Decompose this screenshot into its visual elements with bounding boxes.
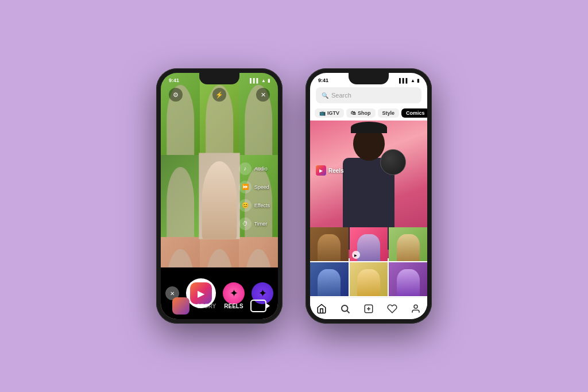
- flash-icon[interactable]: ⚡: [212, 88, 226, 102]
- user-avatar[interactable]: [172, 297, 189, 315]
- heart-icon: [387, 304, 397, 314]
- right-bottom-nav: [310, 297, 427, 319]
- thumb-6[interactable]: [389, 262, 427, 296]
- shop-icon: 🛍: [351, 110, 356, 116]
- reels-section-label: ▶ Reels: [316, 165, 344, 176]
- face-main: [202, 161, 237, 239]
- profile-nav-button[interactable]: [409, 302, 422, 315]
- reels-logo-icon: ▶: [316, 165, 326, 176]
- wifi-icon: ▲: [411, 78, 415, 83]
- effects-menu-item[interactable]: 😊 Effects: [239, 199, 270, 212]
- left-phone: 9:41 ▌▌▌ ▲ ▮: [156, 68, 283, 324]
- home-icon: [316, 304, 327, 314]
- thumb-person-4: [318, 269, 341, 296]
- left-notch: [199, 73, 239, 84]
- search-icon: 🔍: [322, 92, 328, 99]
- igtv-icon: 📺: [319, 110, 326, 116]
- left-status-icons: ▌▌▌ ▲ ▮: [250, 78, 270, 83]
- timer-menu-item[interactable]: ⏱ Timer: [239, 218, 270, 230]
- search-bar[interactable]: 🔍 Search: [316, 87, 421, 103]
- thumb-person-6: [397, 269, 420, 296]
- add-nav-button[interactable]: [362, 302, 375, 315]
- left-status-time: 9:41: [169, 77, 179, 83]
- thumbnail-grid: ▶: [310, 227, 427, 296]
- speed-icon: ⏩: [239, 181, 252, 193]
- phones-container: 9:41 ▌▌▌ ▲ ▮: [156, 68, 432, 324]
- mode-tabs: STORY REELS: [196, 303, 243, 309]
- left-phone-screen: 9:41 ▌▌▌ ▲ ▮: [161, 73, 278, 319]
- thumb-5[interactable]: [350, 262, 388, 296]
- audio-label: Audio: [254, 166, 268, 172]
- audio-icon: ♪: [239, 162, 252, 175]
- search-placeholder-text: Search: [331, 92, 351, 99]
- reels-text: Reels: [328, 168, 344, 174]
- add-icon: [363, 304, 374, 314]
- right-notch: [349, 73, 389, 84]
- camera-top-icons: ⚙ ⚡ ✕: [161, 88, 278, 102]
- story-tab[interactable]: STORY: [196, 303, 216, 309]
- search-nav-button[interactable]: [339, 302, 351, 315]
- tab-igtv[interactable]: 📺 IGTV: [315, 108, 344, 118]
- heart-nav-button[interactable]: [386, 302, 399, 315]
- person-head: [353, 126, 385, 161]
- svg-point-5: [414, 305, 417, 308]
- thumb-2[interactable]: ▶: [350, 227, 388, 261]
- category-tabs: 📺 IGTV 🛍 Shop Style Comics TV & Movi…: [310, 106, 427, 121]
- thumb-3[interactable]: [389, 227, 427, 261]
- igtv-label: IGTV: [327, 110, 339, 116]
- signal-icon: ▌▌▌: [399, 78, 409, 83]
- profile-icon: [411, 304, 421, 314]
- thumb-4[interactable]: [310, 262, 349, 296]
- effects-icon: 😊: [239, 199, 252, 212]
- right-status-icons: ▌▌▌ ▲ ▮: [399, 78, 419, 83]
- comics-label: Comics: [406, 110, 425, 116]
- search-nav-icon: [340, 304, 350, 314]
- left-bottom-nav: STORY REELS: [161, 297, 278, 315]
- svg-line-1: [347, 311, 350, 313]
- grid-cell-ml: [161, 155, 200, 237]
- camera-side-menu: ♪ Audio ⏩ Speed 😊 Effects ⏱ Timer: [239, 162, 270, 230]
- face-silhouette-ml: [167, 167, 194, 237]
- effects-label: Effects: [254, 203, 270, 208]
- thumb-person-5: [357, 269, 380, 296]
- battery-icon: ▮: [417, 78, 419, 83]
- thumb-person-3: [397, 234, 420, 261]
- reels-tab[interactable]: REELS: [224, 303, 243, 309]
- tab-comics[interactable]: Comics: [401, 108, 427, 118]
- settings-icon[interactable]: ⚙: [169, 88, 183, 102]
- tab-style[interactable]: Style: [378, 108, 400, 118]
- svg-point-0: [342, 305, 348, 312]
- style-label: Style: [382, 110, 395, 116]
- close-icon[interactable]: ✕: [256, 88, 270, 102]
- timer-label: Timer: [254, 221, 268, 227]
- thumb-person-1: [318, 234, 341, 261]
- right-phone: 9:41 ▌▌▌ ▲ ▮ 🔍 Search 📺 IGTV 🛍: [305, 68, 432, 324]
- basketball: [380, 149, 406, 175]
- recording-bottom: ✕ ▶ ✦ ✦ STORY REELS: [161, 267, 278, 319]
- shop-label: Shop: [358, 110, 371, 116]
- timer-icon: ⏱: [239, 218, 252, 230]
- speed-menu-item[interactable]: ⏩ Speed: [239, 181, 270, 193]
- play-icon-2: ▶: [352, 251, 360, 259]
- battery-icon: ▮: [268, 78, 270, 83]
- thumb-person-2: [357, 234, 380, 261]
- thumb-1[interactable]: [310, 227, 349, 261]
- right-status-time: 9:41: [318, 77, 328, 83]
- right-phone-screen: 9:41 ▌▌▌ ▲ ▮ 🔍 Search 📺 IGTV 🛍: [310, 73, 427, 319]
- signal-icon: ▌▌▌: [250, 78, 260, 83]
- flip-camera-icon[interactable]: [250, 300, 266, 312]
- tab-shop[interactable]: 🛍 Shop: [346, 108, 376, 118]
- audio-menu-item[interactable]: ♪ Audio: [239, 162, 270, 175]
- wifi-icon: ▲: [261, 78, 266, 83]
- home-nav-button[interactable]: [315, 302, 328, 315]
- speed-label: Speed: [254, 184, 269, 190]
- grid-cell-center: [199, 153, 239, 239]
